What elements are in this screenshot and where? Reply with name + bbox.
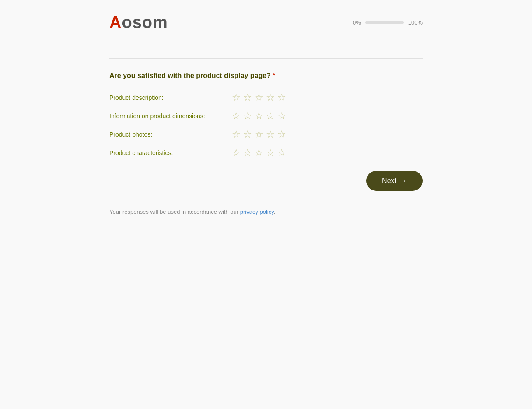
footer-text: Your responses will be used in accordanc… [109,208,423,215]
rating-label-product-photos: Product photos: [109,131,223,138]
progress-bar-container: 0% 100% [353,19,423,26]
star-1[interactable]: ☆ [232,148,241,158]
privacy-policy-link[interactable]: privacy policy [240,208,274,215]
next-row: Next → [109,171,423,191]
required-indicator: * [273,72,275,79]
rating-row-product-description: Product description: ☆ ☆ ☆ ☆ ☆ [109,93,423,102]
stars-product-characteristics[interactable]: ☆ ☆ ☆ ☆ ☆ [232,148,286,158]
star-2[interactable]: ☆ [243,111,252,121]
rating-row-product-photos: Product photos: ☆ ☆ ☆ ☆ ☆ [109,130,423,139]
star-3[interactable]: ☆ [255,93,263,102]
star-5[interactable]: ☆ [277,130,286,139]
star-5[interactable]: ☆ [277,148,286,158]
logo-letter-a: A [109,13,122,32]
star-1[interactable]: ☆ [232,111,241,121]
star-3[interactable]: ☆ [255,111,263,121]
rating-label-product-description: Product description: [109,94,223,101]
main-content: Are you satisfied with the product displ… [0,45,532,233]
next-button-arrow: → [400,177,407,185]
progress-bar-track [365,21,404,24]
star-2[interactable]: ☆ [243,93,252,102]
star-3[interactable]: ☆ [255,130,263,139]
footer-text-before: Your responses will be used in accordanc… [109,208,240,215]
next-button-label: Next [382,177,396,185]
star-4[interactable]: ☆ [266,111,275,121]
footer-text-after: . [274,208,276,215]
star-4[interactable]: ☆ [266,148,275,158]
rating-label-product-characteristics: Product characteristics: [109,149,223,156]
header-divider [109,58,423,59]
logo-rest: osom [122,13,168,32]
star-1[interactable]: ☆ [232,93,241,102]
stars-product-description[interactable]: ☆ ☆ ☆ ☆ ☆ [232,93,286,102]
header: Aosom 0% 100% [0,0,532,45]
stars-product-photos[interactable]: ☆ ☆ ☆ ☆ ☆ [232,130,286,139]
question-text: Are you satisfied with the product displ… [109,72,271,79]
stars-product-dimensions[interactable]: ☆ ☆ ☆ ☆ ☆ [232,111,286,121]
question-title: Are you satisfied with the product displ… [109,72,423,80]
star-5[interactable]: ☆ [277,111,286,121]
logo: Aosom [109,13,168,32]
star-4[interactable]: ☆ [266,93,275,102]
star-1[interactable]: ☆ [232,130,241,139]
star-3[interactable]: ☆ [255,148,263,158]
star-5[interactable]: ☆ [277,93,286,102]
rating-label-product-dimensions: Information on product dimensions: [109,113,223,120]
next-button[interactable]: Next → [366,171,423,191]
star-4[interactable]: ☆ [266,130,275,139]
rating-rows: Product description: ☆ ☆ ☆ ☆ ☆ Informati… [109,93,423,158]
progress-label-end: 100% [408,19,423,26]
rating-row-product-dimensions: Information on product dimensions: ☆ ☆ ☆… [109,111,423,121]
star-2[interactable]: ☆ [243,130,252,139]
star-2[interactable]: ☆ [243,148,252,158]
rating-row-product-characteristics: Product characteristics: ☆ ☆ ☆ ☆ ☆ [109,148,423,158]
progress-label-start: 0% [353,19,361,26]
